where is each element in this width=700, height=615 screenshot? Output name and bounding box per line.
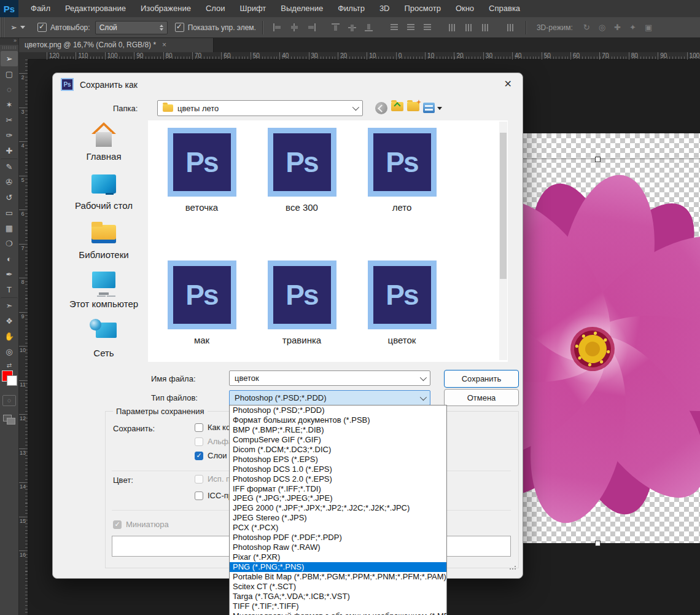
distribute-top-icon[interactable] xyxy=(390,23,399,31)
filetype-option[interactable]: Photoshop Raw (*.RAW) xyxy=(230,543,446,552)
transform-handle-top[interactable] xyxy=(595,157,601,162)
menu-item[interactable]: Слои xyxy=(198,0,233,17)
filetype-option[interactable]: Photoshop DCS 2.0 (*.EPS) xyxy=(230,474,446,484)
file-item[interactable]: Ps веточка xyxy=(168,128,236,260)
file-item[interactable]: Ps мак xyxy=(168,260,236,393)
sidebar-item-network[interactable]: Сеть xyxy=(59,319,149,358)
clone-stamp-tool[interactable]: ✇ xyxy=(1,174,18,190)
filename-combobox[interactable]: цветок xyxy=(229,370,430,386)
save-button[interactable]: Сохранить xyxy=(444,370,519,388)
path-select-tool[interactable]: ➣ xyxy=(1,297,18,313)
filetype-option[interactable]: Dicom (*.DCM;*.DC3;*.DIC) xyxy=(230,445,446,455)
transform-bounding-box-edge[interactable] xyxy=(522,159,700,159)
view-menu-caret-icon[interactable] xyxy=(437,107,442,110)
screen-mode-button[interactable] xyxy=(3,415,15,425)
hand-tool[interactable]: ✋ xyxy=(1,329,18,344)
distribute-bottom-icon[interactable] xyxy=(423,23,432,31)
3d-slide-icon[interactable]: ✦ xyxy=(629,23,636,32)
type-tool[interactable]: T xyxy=(1,282,18,297)
sidebar-item-libraries[interactable]: Библиотеки xyxy=(59,221,149,260)
distribute-left-icon[interactable] xyxy=(448,23,457,31)
distribute-horizontal-centers-icon[interactable] xyxy=(465,23,474,31)
autoselect-checkbox[interactable] xyxy=(37,23,47,32)
quick-mask-button[interactable]: ◌ xyxy=(2,395,16,406)
transform-handle-bottom[interactable] xyxy=(595,541,601,546)
crop-tool[interactable]: ✂ xyxy=(1,112,18,128)
align-bottom-edges-icon[interactable] xyxy=(365,23,374,31)
background-color-swatch[interactable] xyxy=(7,375,17,386)
lasso-tool[interactable]: ◌ xyxy=(1,82,18,97)
filetype-option[interactable]: Portable Bit Map (*.PBM;*.PGM;*.PPM;*.PN… xyxy=(230,572,446,582)
menu-item[interactable]: Справка xyxy=(481,0,527,17)
layers-checkbox[interactable] xyxy=(195,452,203,460)
3d-zoom-icon[interactable]: ▣ xyxy=(645,23,652,32)
distribute-vertical-centers-icon[interactable] xyxy=(406,23,416,31)
filetype-combobox[interactable]: Photoshop (*.PSD;*.PDD) xyxy=(229,390,430,405)
filetype-option[interactable]: JPEG Stereo (*.JPS) xyxy=(230,513,446,523)
menu-item[interactable]: Фильтр xyxy=(330,0,372,17)
dialog-close-icon[interactable]: ✕ xyxy=(504,78,512,90)
menu-item[interactable]: 3D xyxy=(372,0,397,17)
filetype-option[interactable]: PNG (*.PNG;*.PNS) xyxy=(230,562,446,572)
menu-item[interactable]: Окно xyxy=(448,0,481,17)
filetype-option[interactable]: PCX (*.PCX) xyxy=(230,523,446,533)
filetype-option[interactable]: Photoshop PDF (*.PDF;*.PDP) xyxy=(230,533,446,543)
filetype-option[interactable]: Pixar (*.PXR) xyxy=(230,552,446,562)
filetype-option[interactable]: Формат больших документов (*.PSB) xyxy=(230,415,446,425)
shape-tool[interactable]: ❖ xyxy=(1,313,18,329)
show-transform-controls-checkbox[interactable] xyxy=(175,23,184,32)
sidebar-item-home[interactable]: Главная xyxy=(59,122,149,162)
align-right-edges-icon[interactable] xyxy=(306,23,316,31)
filetype-option[interactable]: JPEG 2000 (*.JPF;*.JPX;*.JP2;*.J2C;*.J2K… xyxy=(230,503,446,513)
blur-tool[interactable]: ❍ xyxy=(1,236,18,251)
healing-brush-tool[interactable]: ✚ xyxy=(1,143,18,159)
distribute-spacing-icon[interactable] xyxy=(507,23,516,31)
filetype-option[interactable]: JPEG (*.JPG;*.JPEG;*.JPE) xyxy=(230,493,446,503)
view-menu-icon[interactable] xyxy=(423,103,435,113)
3d-roll-icon[interactable]: ◎ xyxy=(599,23,605,32)
icc-checkbox[interactable] xyxy=(195,492,203,500)
toolbar-collapse-icon[interactable]: » xyxy=(0,37,18,45)
filetype-option[interactable]: CompuServe GIF (*.GIF) xyxy=(230,435,446,445)
sidebar-item-desktop[interactable]: Рабочий стол xyxy=(59,171,149,211)
filetype-option[interactable]: Photoshop DCS 1.0 (*.EPS) xyxy=(230,464,446,474)
as-copy-checkbox[interactable] xyxy=(195,423,203,432)
layers-checkbox-row[interactable]: Слои xyxy=(195,451,227,460)
magic-wand-tool[interactable]: ✶ xyxy=(1,97,18,112)
swap-colors-icon[interactable]: ⇄ xyxy=(7,362,12,369)
marquee-tool[interactable]: ▢ xyxy=(1,66,18,82)
align-vertical-centers-icon[interactable] xyxy=(348,23,357,31)
filetype-option[interactable]: IFF формат (*.IFF;*.TDI) xyxy=(230,484,446,494)
menu-item[interactable]: Редактирование xyxy=(58,0,133,17)
menu-item[interactable]: Изображение xyxy=(133,0,198,17)
pen-tool[interactable]: ✒ xyxy=(1,267,18,282)
filetype-option[interactable]: Photoshop EPS (*.EPS) xyxy=(230,455,446,464)
brush-tool[interactable]: ✎ xyxy=(1,159,18,174)
3d-rotate-icon[interactable]: ↻ xyxy=(583,23,590,32)
align-left-edges-icon[interactable] xyxy=(273,23,282,31)
filetype-option[interactable]: Многокадровый формат с объемным изображе… xyxy=(230,611,446,615)
eyedropper-tool[interactable]: ✑ xyxy=(1,128,18,143)
cancel-button[interactable]: Отмена xyxy=(444,389,519,406)
distribute-right-icon[interactable] xyxy=(481,23,491,31)
filetype-option[interactable]: Targa (*.TGA;*.VDA;*.ICB;*.VST) xyxy=(230,592,446,601)
new-folder-icon[interactable] xyxy=(407,102,419,111)
resize-grip-icon[interactable] xyxy=(510,563,517,571)
filetype-option[interactable]: TIFF (*.TIF;*.TIFF) xyxy=(230,601,446,611)
dodge-tool[interactable]: ◐ xyxy=(1,251,18,267)
menu-item[interactable]: Файл xyxy=(23,0,58,17)
zoom-tool[interactable]: ◎ xyxy=(1,344,18,359)
filetype-option[interactable]: Photoshop (*.PSD;*.PDD) xyxy=(230,405,446,415)
eraser-tool[interactable]: ▭ xyxy=(1,205,18,221)
sidebar-item-this-pc[interactable]: Этот компьютер xyxy=(59,270,149,309)
folder-combobox[interactable]: цветы лето xyxy=(157,100,363,116)
move-tool[interactable]: ➢ xyxy=(1,51,18,66)
back-icon[interactable] xyxy=(375,102,387,114)
filetype-option[interactable]: BMP (*.BMP;*.RLE;*.DIB) xyxy=(230,425,446,435)
dialog-title-bar[interactable]: Ps Сохранить как ✕ xyxy=(53,73,523,96)
up-folder-icon[interactable] xyxy=(391,102,403,111)
align-horizontal-centers-icon[interactable] xyxy=(290,23,299,31)
file-item[interactable]: Ps лето xyxy=(368,128,437,260)
history-brush-tool[interactable]: ↺ xyxy=(1,190,18,205)
gradient-tool[interactable]: ▦ xyxy=(1,221,18,236)
